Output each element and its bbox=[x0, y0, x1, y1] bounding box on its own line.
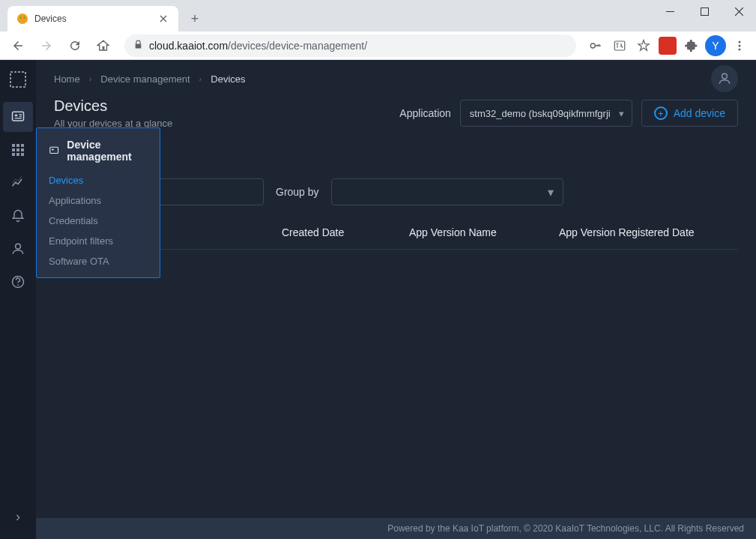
breadcrumb: Home › Device management › Devices bbox=[54, 73, 246, 85]
svg-rect-15 bbox=[21, 144, 24, 147]
tab-favicon bbox=[16, 13, 28, 25]
window-minimize[interactable] bbox=[653, 0, 687, 22]
svg-point-8 bbox=[739, 44, 741, 46]
tab-close-button[interactable] bbox=[157, 13, 169, 25]
svg-point-27 bbox=[722, 73, 728, 79]
nav-forward-button[interactable] bbox=[34, 34, 58, 58]
footer: Powered by the Kaa IoT platform, © 2020 … bbox=[36, 518, 756, 539]
app-root: › Device management Devices Applications… bbox=[0, 60, 756, 539]
sidebar-item-analytics[interactable] bbox=[3, 168, 33, 198]
flyout-item-software-ota[interactable]: Software OTA bbox=[37, 251, 160, 271]
svg-rect-12 bbox=[15, 115, 17, 117]
svg-rect-20 bbox=[16, 153, 19, 156]
add-device-button[interactable]: + Add device bbox=[641, 100, 738, 127]
breadcrumb-devices: Devices bbox=[211, 73, 245, 85]
address-bar[interactable]: cloud.kaaiot.com/devices/device-manageme… bbox=[124, 34, 576, 57]
sidebar-item-device-management[interactable] bbox=[3, 102, 33, 132]
translate-icon[interactable] bbox=[609, 35, 630, 56]
sidebar-item-help[interactable] bbox=[3, 267, 33, 297]
svg-rect-4 bbox=[701, 7, 708, 15]
profile-avatar[interactable]: Y bbox=[705, 35, 726, 56]
svg-rect-26 bbox=[52, 149, 53, 151]
group-by-label: Group by bbox=[276, 186, 319, 198]
page-title: Devices bbox=[54, 97, 172, 115]
browser-tab[interactable]: Devices bbox=[7, 6, 178, 31]
svg-point-5 bbox=[590, 43, 595, 48]
flyout-item-devices[interactable]: Devices bbox=[37, 170, 160, 190]
sidebar-flyout: Device management Devices Applications C… bbox=[36, 127, 160, 278]
svg-rect-25 bbox=[50, 147, 58, 153]
svg-rect-18 bbox=[21, 148, 24, 151]
flyout-item-credentials[interactable]: Credentials bbox=[37, 211, 160, 231]
breadcrumb-home[interactable]: Home bbox=[54, 73, 80, 85]
breadcrumb-device-management[interactable]: Device management bbox=[100, 73, 190, 85]
flyout-item-endpoint-filters[interactable]: Endpoint filters bbox=[37, 231, 160, 251]
extensions-icon[interactable] bbox=[681, 35, 702, 56]
sidebar-item-grid[interactable] bbox=[3, 135, 33, 165]
flyout-title: Device management bbox=[37, 139, 160, 170]
user-menu-button[interactable] bbox=[711, 65, 738, 92]
svg-rect-10 bbox=[10, 72, 25, 87]
plus-circle-icon: + bbox=[654, 106, 668, 120]
lock-icon bbox=[133, 40, 143, 52]
new-tab-button[interactable]: + bbox=[184, 8, 205, 29]
topbar: Home › Device management › Devices bbox=[36, 60, 756, 97]
svg-point-9 bbox=[739, 48, 741, 50]
window-maximize[interactable] bbox=[687, 0, 722, 22]
nav-back-button[interactable] bbox=[6, 34, 30, 58]
nav-home-button[interactable] bbox=[91, 34, 115, 58]
chevron-right-icon: › bbox=[199, 74, 202, 83]
svg-point-24 bbox=[17, 284, 19, 286]
tab-title: Devices bbox=[34, 13, 151, 24]
sidebar-item-notifications[interactable] bbox=[3, 201, 33, 231]
svg-rect-16 bbox=[12, 148, 15, 151]
svg-rect-11 bbox=[13, 112, 24, 121]
url-text: cloud.kaaiot.com/devices/device-manageme… bbox=[149, 40, 567, 52]
window-close[interactable] bbox=[722, 0, 756, 22]
application-label: Application bbox=[399, 107, 451, 119]
sidebar-expand-button[interactable]: › bbox=[3, 502, 33, 532]
application-select[interactable]: stm32_demo (bskq09qikfmmfgrji bbox=[460, 100, 632, 127]
column-created-date[interactable]: Created Date bbox=[282, 226, 409, 238]
svg-rect-14 bbox=[16, 144, 19, 147]
footer-text: Powered by the Kaa IoT platform, © 2020 … bbox=[387, 523, 744, 534]
browser-toolbar: cloud.kaaiot.com/devices/device-manageme… bbox=[0, 31, 756, 60]
column-app-version-name[interactable]: App Version Name bbox=[409, 226, 559, 238]
sidebar-item-account[interactable] bbox=[3, 234, 33, 264]
star-icon[interactable] bbox=[633, 35, 654, 56]
svg-rect-13 bbox=[12, 144, 15, 147]
nav-reload-button[interactable] bbox=[63, 34, 87, 58]
svg-point-7 bbox=[739, 40, 741, 43]
extension-red-icon[interactable] bbox=[657, 35, 678, 56]
svg-point-0 bbox=[17, 13, 28, 24]
svg-rect-21 bbox=[21, 153, 24, 156]
app-logo[interactable] bbox=[9, 70, 27, 88]
svg-point-22 bbox=[16, 244, 21, 249]
svg-point-2 bbox=[23, 16, 25, 18]
group-by-select[interactable]: ▾ bbox=[331, 178, 563, 205]
browser-titlebar: Devices + bbox=[0, 0, 756, 31]
column-app-version-registered-date[interactable]: App Version Registered Date bbox=[559, 226, 695, 238]
sidebar: › bbox=[0, 60, 36, 539]
chevron-right-icon: › bbox=[89, 74, 92, 83]
svg-point-1 bbox=[19, 16, 21, 18]
key-icon[interactable] bbox=[585, 35, 606, 56]
svg-rect-19 bbox=[12, 153, 15, 156]
svg-rect-6 bbox=[614, 41, 625, 50]
browser-menu-button[interactable] bbox=[729, 35, 750, 56]
flyout-item-applications[interactable]: Applications bbox=[37, 190, 160, 211]
svg-rect-3 bbox=[666, 11, 674, 12]
svg-rect-17 bbox=[16, 148, 19, 151]
